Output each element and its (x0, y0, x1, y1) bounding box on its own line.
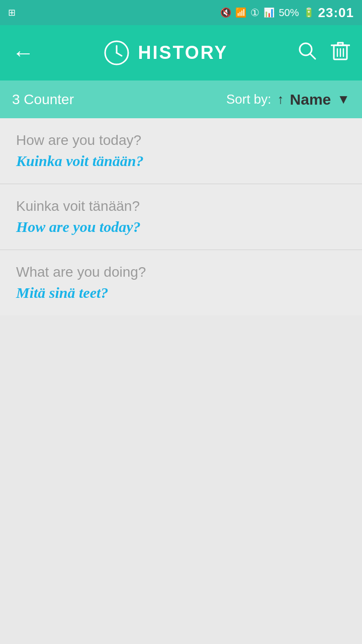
clock-icon (104, 40, 130, 66)
list-item[interactable]: What are you doing? Mitä sinä teet? (0, 250, 362, 315)
app-bar-actions (298, 40, 350, 66)
search-button[interactable] (298, 41, 317, 65)
app-bar-title: HISTORY (138, 42, 228, 63)
item-primary-text: Kuinka voit tänään? (16, 198, 346, 214)
counter-text: 3 Counter (12, 92, 74, 108)
back-button[interactable]: ← (12, 40, 34, 65)
photo-icon: ⊞ (8, 7, 16, 18)
item-secondary-text: How are you today? (16, 218, 346, 235)
sort-direction-icon: ↑ (278, 92, 284, 107)
sort-by-label: Sort by: (226, 92, 272, 107)
sim-icon: ① (250, 7, 259, 19)
list-item[interactable]: Kuinka voit tänään? How are you today? (0, 184, 362, 250)
status-bar-right: 🔇 📶 ① 📊 50% 🔋 23:01 (220, 5, 354, 21)
mute-icon: 🔇 (220, 7, 231, 18)
signal-icon: 📊 (263, 7, 275, 18)
sort-bar: 3 Counter Sort by: ↑ Name ▼ (0, 80, 362, 118)
list-item[interactable]: How are you today? Kuinka voit tänään? (0, 118, 362, 184)
app-bar-center: HISTORY (34, 40, 298, 66)
battery-percent: 50% (279, 7, 299, 19)
status-bar: ⊞ 🔇 📶 ① 📊 50% 🔋 23:01 (0, 0, 362, 25)
item-secondary-text: Mitä sinä teet? (16, 284, 346, 301)
sort-field-label: Name (290, 91, 331, 108)
sort-controls[interactable]: Sort by: ↑ Name ▼ (226, 91, 350, 108)
app-bar: ← HISTORY (0, 25, 362, 80)
item-primary-text: What are you doing? (16, 264, 346, 280)
item-primary-text: How are you today? (16, 132, 346, 148)
item-secondary-text: Kuinka voit tänään? (16, 152, 346, 170)
history-list: How are you today? Kuinka voit tänään? K… (0, 118, 362, 315)
status-bar-left: ⊞ (8, 7, 16, 18)
svg-line-4 (310, 54, 315, 59)
trash-button[interactable] (331, 40, 350, 66)
svg-line-2 (117, 53, 122, 56)
battery-icon: 🔋 (303, 7, 314, 18)
wifi-icon: 📶 (235, 7, 246, 18)
sort-dropdown-icon[interactable]: ▼ (337, 92, 350, 107)
back-icon: ← (12, 40, 34, 65)
status-time: 23:01 (318, 5, 354, 21)
